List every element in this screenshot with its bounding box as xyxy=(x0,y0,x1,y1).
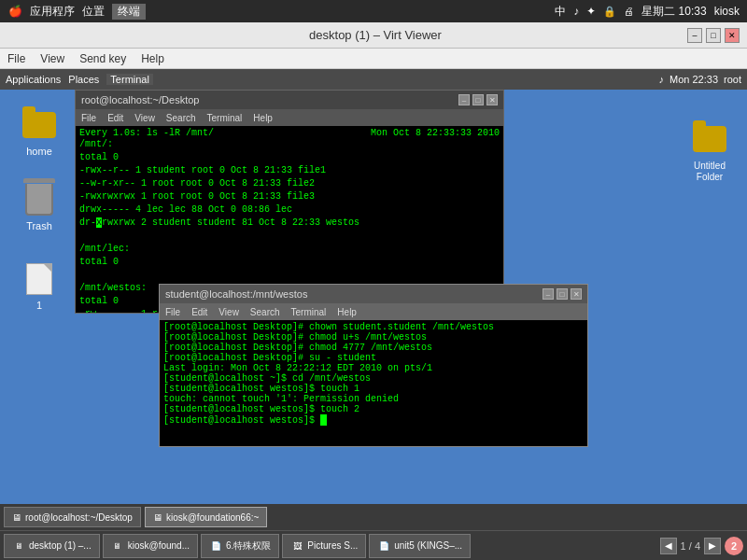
tr-close[interactable]: ✕ xyxy=(486,94,498,105)
system-bar-right: 中 ♪ ✦ 🔒 🖨 星期二 10:33 kiosk xyxy=(555,4,740,20)
virt-task-permissions[interactable]: 📄 6.特殊权限 xyxy=(201,534,279,558)
kiosk-terminal-icon: 🖥 xyxy=(153,512,162,523)
ts-menu-edit[interactable]: Edit xyxy=(191,307,207,317)
maximize-button[interactable]: □ xyxy=(706,28,721,43)
gnome-top-right: ♪ Mon 22:33 root xyxy=(659,74,741,85)
ts-line-6: [student@localhost ~]$ cd /mnt/westos xyxy=(163,373,584,384)
ts-line-1: [root@localhost Desktop]# chown student.… xyxy=(163,322,584,332)
ts-menu-search[interactable]: Search xyxy=(250,307,280,317)
untitled-folder-icon xyxy=(691,120,728,158)
virt-menubar: File View Send key Help xyxy=(0,49,747,69)
desktop-icon-home[interactable]: home xyxy=(9,106,69,157)
desktop-icon-trash[interactable]: Trash xyxy=(9,181,69,231)
virt-task-pictures-icon: 🖼 xyxy=(290,539,303,553)
terminal-student-menubar: File Edit View Search Terminal Help xyxy=(160,303,587,320)
terminal-menu[interactable]: 终端 xyxy=(112,4,146,20)
terminal-line-5: -rwxrwxrwx 1 root root 0 Oct 8 21:33 fil… xyxy=(79,190,500,203)
virt-bottom-taskbar: 🖥 desktop (1) –... 🖥 kiosk@found... 📄 6.… xyxy=(0,530,747,560)
datetime: 星期二 10:33 xyxy=(641,4,706,20)
ts-minimize[interactable]: – xyxy=(543,288,554,300)
close-button[interactable]: ✕ xyxy=(725,28,740,43)
virt-task-unit5[interactable]: 📄 unit5 (KINGS–... xyxy=(369,534,471,558)
page-next-btn[interactable]: ▶ xyxy=(704,538,721,554)
tr-minimize[interactable]: – xyxy=(458,94,470,105)
ts-menu-help[interactable]: Help xyxy=(337,307,357,317)
places-menu[interactable]: 位置 xyxy=(82,4,105,20)
desktop-area: Applications Places Terminal ♪ Mon 22:33… xyxy=(0,69,747,530)
print-icon[interactable]: 🖨 xyxy=(624,6,634,17)
virt-task-permissions-label: 6.特殊权限 xyxy=(226,539,271,553)
menu-sendkey[interactable]: Send key xyxy=(79,52,126,65)
ts-line-2: [root@localhost Desktop]# chmod u+s /mnt… xyxy=(163,332,584,343)
apps-menu[interactable]: 应用程序 xyxy=(30,4,75,20)
lock-icon[interactable]: 🔒 xyxy=(603,6,616,18)
volume-icon[interactable]: ♪ xyxy=(573,5,579,18)
menu-file[interactable]: File xyxy=(7,52,25,65)
terminal-line-4: --w-r-xr-- 1 root root 0 Oct 8 21:33 fil… xyxy=(79,177,500,190)
terminal-line-10: total 0 xyxy=(79,256,500,269)
gnome-top-left: Applications Places Terminal xyxy=(6,74,153,85)
page-indicator: ◀ 1 / 4 ▶ 2 xyxy=(660,537,743,555)
desktop-icon-file1[interactable]: 1 xyxy=(9,260,69,311)
ts-line-9: [student@localhost westos]$ touch 2 xyxy=(163,404,584,414)
terminal-student-content: [root@localhost Desktop]# chown student.… xyxy=(160,320,587,446)
ts-line-3: [root@localhost Desktop]# chmod 4777 /mn… xyxy=(163,343,584,353)
terminal-root-window[interactable]: root@localhost:~/Desktop – □ ✕ File Edit… xyxy=(75,90,504,314)
ts-line-7: [student@localhost westos]$ touch 1 xyxy=(163,384,584,394)
terminal-line-8 xyxy=(79,230,500,243)
gnome-apps[interactable]: Applications xyxy=(6,74,61,85)
virt-task-kiosk-label: kiosk@found... xyxy=(128,540,190,551)
file1-label: 1 xyxy=(36,300,42,311)
virt-task-desktop[interactable]: 🖥 desktop (1) –... xyxy=(4,534,100,558)
gnome-datetime: Mon 22:33 xyxy=(669,74,718,85)
tr-menu-file[interactable]: File xyxy=(81,113,96,123)
tr-menu-help[interactable]: Help xyxy=(253,113,273,123)
virt-task-pictures[interactable]: 🖼 Pictures S... xyxy=(282,534,366,558)
virt-task-pictures-label: Pictures S... xyxy=(307,540,358,551)
terminal-line-3: -rwx--r-- 1 student root 0 Oct 8 21:33 f… xyxy=(79,164,500,177)
virt-task-unit5-icon: 📄 xyxy=(377,539,390,553)
terminal-student-title: student@localhost:/mnt/westos xyxy=(165,288,307,300)
bluetooth-icon[interactable]: ✦ xyxy=(586,5,596,18)
tr-maximize[interactable]: □ xyxy=(472,94,484,105)
tr-menu-search[interactable]: Search xyxy=(166,113,196,123)
ts-line-5: Last login: Mon Oct 8 22:22:12 EDT 2010 … xyxy=(163,363,584,373)
app-icon: 🍎 xyxy=(7,4,22,19)
gnome-username: root xyxy=(724,74,741,85)
ts-menu-file[interactable]: File xyxy=(165,307,180,317)
file1-icon xyxy=(21,260,58,298)
tr-menu-terminal[interactable]: Terminal xyxy=(207,113,243,123)
virt-viewer-window: desktop (1) – Virt Viewer – □ ✕ File Vie… xyxy=(0,22,747,560)
system-bar: 🍎 应用程序 位置 终端 中 ♪ ✦ 🔒 🖨 星期二 10:33 kiosk xyxy=(0,0,747,22)
untitled-folder-label: Untitled Folder xyxy=(694,161,726,182)
menu-view[interactable]: View xyxy=(40,52,64,65)
gnome-places[interactable]: Places xyxy=(68,74,99,85)
desktop-icon-untitled-folder[interactable]: Untitled Folder xyxy=(680,120,740,182)
terminal-student-titlebar: student@localhost:/mnt/westos – □ ✕ xyxy=(160,285,587,303)
root-terminal-icon: 🖥 xyxy=(12,512,21,523)
minimize-button[interactable]: – xyxy=(687,28,702,43)
tr-menu-edit[interactable]: Edit xyxy=(107,113,123,123)
ts-close[interactable]: ✕ xyxy=(571,288,582,300)
page-prev-btn[interactable]: ◀ xyxy=(660,538,677,554)
terminal-root-controls[interactable]: – □ ✕ xyxy=(458,94,498,105)
home-icon xyxy=(21,106,58,144)
page-number: 1 / 4 xyxy=(681,540,700,552)
tr-menu-view[interactable]: View xyxy=(134,113,155,123)
terminal-student-window[interactable]: student@localhost:/mnt/westos – □ ✕ File… xyxy=(159,284,588,447)
gnome-terminal[interactable]: Terminal xyxy=(106,74,153,85)
ts-maximize[interactable]: □ xyxy=(557,288,568,300)
watch-header: Every 1.0s: ls -lR /mnt/ Mon Oct 8 22:33… xyxy=(79,128,500,138)
ts-menu-view[interactable]: View xyxy=(218,307,239,317)
taskbar-root-terminal[interactable]: 🖥 root@localhost:~/Desktop xyxy=(4,507,141,527)
gnome-volume[interactable]: ♪ xyxy=(659,74,665,85)
menu-help[interactable]: Help xyxy=(141,52,164,65)
terminal-student-controls[interactable]: – □ ✕ xyxy=(543,288,582,300)
taskbar-kiosk-terminal[interactable]: 🖥 kiosk@foundation66:~ xyxy=(145,507,267,527)
ts-menu-terminal[interactable]: Terminal xyxy=(291,307,327,317)
terminal-root-menubar: File Edit View Search Terminal Help xyxy=(76,109,503,126)
trash-icon xyxy=(21,181,58,218)
virt-task-kiosk[interactable]: 🖥 kiosk@found... xyxy=(103,534,198,558)
virt-win-controls[interactable]: – □ ✕ xyxy=(687,28,740,43)
ts-line-10: [student@localhost westos]$ xyxy=(163,414,584,426)
